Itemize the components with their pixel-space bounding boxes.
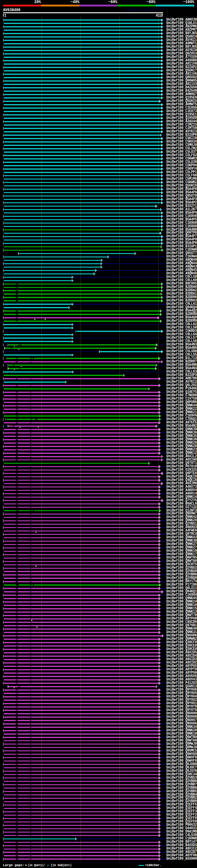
- svg-text:(in Query)/: (in Query)/: [28, 863, 45, 867]
- svg-text:~100%: ~100%: [183, 0, 194, 4]
- svg-text:UniRef100_A5X900: UniRef100_A5X900: [166, 857, 197, 861]
- svg-text:~80%: ~80%: [146, 0, 156, 4]
- svg-text:20%: 20%: [34, 0, 41, 4]
- svg-text:AlignView.pm Beta rel.7: AlignView.pm Beta rel.7: [127, 8, 165, 11]
- svg-text:1: 1: [4, 13, 6, 18]
- svg-text:~60%: ~60%: [108, 0, 117, 4]
- svg-text:=100char.: =100char.: [145, 863, 162, 867]
- svg-text:Large gaps:: Large gaps:: [3, 863, 25, 867]
- svg-text:412: 412: [156, 13, 162, 18]
- svg-text:(in Subject): (in Subject): [51, 863, 72, 867]
- svg-text:AV638406: AV638406: [3, 8, 20, 12]
- svg-text:~40%: ~40%: [70, 0, 79, 4]
